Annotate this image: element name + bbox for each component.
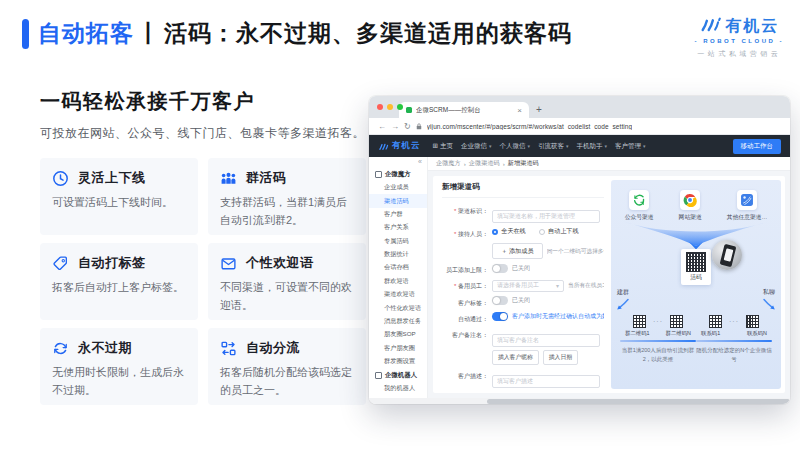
address-url[interactable]: yijun.com/mscenter/#/pages/scrm/#/workws… — [427, 123, 633, 130]
phone-scan-photo — [712, 240, 742, 270]
qr-group-caption: 当群1满200人后自动引流到群2，以此类推 — [620, 346, 696, 363]
topnav-item-home[interactable]: ⊞ 主页 — [433, 142, 453, 151]
tab-close-icon[interactable]: × — [517, 106, 522, 115]
insert-token-button[interactable]: 插入日期 — [543, 350, 578, 365]
window-controls[interactable] — [377, 104, 403, 110]
chevron-down-icon: ▾ — [489, 143, 492, 149]
minimize-window-icon[interactable] — [387, 104, 393, 110]
sidebar-item[interactable]: 消息群发任务 — [369, 315, 427, 328]
breadcrumb-separator: › — [503, 160, 505, 167]
feature-card-title: 永不过期 — [78, 339, 132, 357]
form-text-input[interactable] — [492, 334, 600, 347]
page-title-prefix: 自动拓客 — [38, 18, 134, 49]
title-divider: 丨 — [137, 18, 161, 49]
progress-bar — [696, 340, 772, 342]
sidebar-item[interactable]: 数据统计 — [369, 248, 427, 261]
forward-icon[interactable]: → — [391, 122, 399, 131]
form-label: 客户描述： — [442, 369, 488, 381]
browser-tab[interactable]: 企微SCRM——控制台 × — [399, 102, 529, 118]
radio-option[interactable]: 全天在线 — [492, 227, 526, 236]
scrollbar-thumb[interactable] — [487, 399, 790, 404]
maximize-window-icon[interactable] — [397, 104, 403, 110]
lock-icon — [416, 123, 422, 130]
topnav-item[interactable]: 引流获客▾ — [538, 142, 569, 151]
breadcrumb-item[interactable]: 企微渠道码 — [469, 159, 500, 168]
mobile-workbench-button[interactable]: 移动工作台 — [733, 139, 782, 154]
sidebar-section-header[interactable]: 企微机器人 — [369, 368, 427, 382]
sidebar-item[interactable]: 客户关系 — [369, 221, 427, 234]
feature-card-title: 个性欢迎语 — [246, 254, 314, 272]
live-code-panel: 公众号渠道网站渠道其他任意渠道… — [611, 180, 781, 389]
sidebar-item[interactable]: 专属活码 — [369, 235, 427, 248]
topnav-item[interactable]: 客户管理▾ — [615, 142, 646, 151]
toggle-switch[interactable] — [492, 296, 508, 305]
feature-card: 群活码支持群活码，当群1满员后自动引流到群2。 — [208, 158, 366, 235]
topnav-item[interactable]: 手机助手▾ — [577, 142, 608, 151]
form-row: 自动通过：客户添加时无需经过确认自动成为好友 — [442, 312, 604, 324]
browser-url-bar: ← → ↻ yijun.com/mscenter/#/pages/scrm/#/… — [369, 118, 790, 135]
title-accent-bar — [22, 19, 29, 49]
reload-icon[interactable]: ↻ — [404, 122, 411, 131]
browser-scrollbar — [369, 398, 790, 404]
form-row: 备注： — [442, 392, 604, 393]
app-content: 企微魔方›企微渠道码›新增渠道码 新增渠道码 * 渠道标识：* 接待人员：全天在… — [428, 157, 790, 398]
brand-logo: 有机云 - ROBOT CLOUD - 一站式私域营销云 — [695, 16, 785, 59]
folder-icon — [375, 171, 382, 178]
feature-section: 一码轻松承接千万客户 可投放在网站、公众号、线下门店、包裹卡等多渠道拓客。 灵活… — [40, 88, 366, 405]
folder-icon — [375, 372, 382, 379]
sidebar-item[interactable]: 我的机器人 — [369, 382, 427, 395]
app-topnav-menu: 企业微信▾个人微信▾引流获客▾手机助手▾客户管理▾ — [461, 142, 646, 151]
app-sidebar: « 企微魔方企业成员渠道活码客户群客户关系专属活码数据统计会话存档群欢迎语渠道欢… — [369, 157, 428, 398]
brand-tagline: 一站式私域营销云 — [695, 49, 785, 59]
form-label — [442, 243, 488, 246]
breadcrumb-item[interactable]: 企微魔方 — [436, 159, 461, 168]
section-heading: 一码轻松承接千万客户 — [40, 88, 366, 115]
add-member-button[interactable]: ＋ 添加成员 — [492, 243, 543, 259]
qr-code-image — [709, 315, 722, 328]
feature-card: 自动分流拓客后随机分配给该码选定的员工之一。 — [208, 328, 366, 405]
breadcrumb-item[interactable]: 新增渠道码 — [508, 159, 539, 168]
form-label: 备注： — [442, 392, 488, 393]
sidebar-item[interactable]: 会话存档 — [369, 261, 427, 274]
sidebar-item[interactable]: 群发圈设置 — [369, 355, 427, 368]
branch-row: 建群 私聊 — [616, 288, 776, 311]
sidebar-item[interactable]: 企业成员 — [369, 181, 427, 194]
toggle-switch[interactable] — [492, 264, 508, 273]
form-select[interactable]: 请选择备用员工▾ — [492, 280, 564, 292]
chrome-icon — [680, 190, 700, 210]
form-label: 客户备注名： — [442, 328, 488, 340]
sidebar-item[interactable]: 客户群 — [369, 208, 427, 221]
close-window-icon[interactable] — [377, 104, 383, 110]
form-label: 自动通过： — [442, 312, 488, 324]
split-icon — [220, 340, 237, 357]
app-body: « 企微魔方企业成员渠道活码客户群客户关系专属活码数据统计会话存档群欢迎语渠道欢… — [369, 157, 790, 398]
sidebar-item[interactable]: 群欢迎语 — [369, 275, 427, 288]
sidebar-collapse-icon[interactable]: « — [369, 157, 427, 167]
radio-option[interactable]: 自动上下线 — [539, 227, 579, 236]
sidebar-item[interactable]: 个性化欢迎语 — [369, 301, 427, 314]
ellipsis: ··· — [729, 318, 739, 325]
breadcrumb: 企微魔方›企微渠道码›新增渠道码 — [428, 157, 790, 171]
tab-favicon — [406, 107, 412, 113]
browser-window: 企微SCRM——控制台 × + ← → ↻ yijun.com/mscenter… — [369, 96, 790, 404]
insert-token-button[interactable]: 插入客户昵称 — [492, 350, 539, 365]
qr-groups: ···群二维码1群二维码N当群1满200人后自动引流到群2，以此类推···联系码… — [619, 315, 773, 363]
feature-card-desc: 不同渠道，可设置不同的欢迎语。 — [220, 278, 354, 314]
feature-card-desc: 拓客后随机分配给该码选定的员工之一。 — [220, 363, 354, 399]
sidebar-item[interactable]: 朋友圈SOP — [369, 328, 427, 341]
form-row: * 备用员工：请选择备用员工▾当所有在线员工均不可用时，将分配客户给备用员工 — [442, 280, 604, 292]
form-text-input[interactable] — [492, 210, 600, 223]
form-rows: * 渠道标识：* 接待人员：全天在线自动上下线＋ 添加成员同一个二维码可选择多位… — [442, 204, 604, 393]
sidebar-item[interactable]: 渠道欢迎语 — [369, 288, 427, 301]
sidebar-item[interactable]: 渠道活码 — [369, 194, 427, 207]
ellipsis: ··· — [653, 318, 663, 325]
new-tab-button[interactable]: + — [536, 104, 542, 115]
form-text-input[interactable] — [492, 375, 600, 388]
sidebar-section-header[interactable]: 企微魔方 — [369, 167, 427, 181]
app-topnav: 有机云 ⊞ 主页 企业微信▾个人微信▾引流获客▾手机助手▾客户管理▾ 移动工作台 — [369, 135, 790, 157]
back-icon[interactable]: ← — [378, 122, 386, 131]
topnav-item[interactable]: 个人微信▾ — [499, 142, 530, 151]
topnav-item[interactable]: 企业微信▾ — [461, 142, 492, 151]
sidebar-item[interactable]: 客户朋友圈 — [369, 342, 427, 355]
toggle-switch[interactable] — [492, 312, 508, 321]
